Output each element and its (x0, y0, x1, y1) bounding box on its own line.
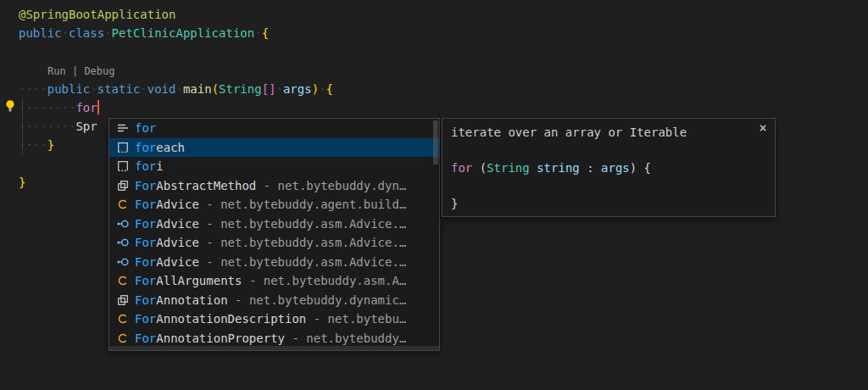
suggest-item-label: ForAnnotationDescription (135, 312, 306, 326)
suggest-item[interactable]: ForAdvice - net.bytebuddy.asm.Advice.… (109, 253, 439, 272)
code-token: public (47, 82, 91, 96)
code-token: · (62, 26, 69, 40)
suggest-item-description: - net.bytebuddy.asm.Advice.… (199, 255, 406, 269)
code-token: class (69, 26, 104, 40)
suggest-item[interactable]: foreach (109, 138, 439, 158)
suggest-item-label: ForAnnotationProperty (135, 332, 285, 345)
code-token: String (219, 82, 262, 96)
suggest-item-label: foreach (135, 141, 185, 154)
code-token: · (319, 82, 326, 96)
code-token: static (97, 82, 141, 96)
suggest-item-label: ForAdvice (135, 198, 199, 211)
suggest-item-label: ForAbstractMethod (135, 179, 256, 192)
symbol-snippet-icon (116, 159, 130, 173)
symbol-class-icon (116, 332, 130, 345)
code-token: ) { (630, 161, 651, 175)
code-token: void (147, 82, 176, 96)
suggest-item-description: - net.bytebuddy.asm.Advice.… (199, 236, 406, 249)
suggest-item-label: for (135, 121, 156, 135)
line-class-declaration[interactable]: public·class·PetClinicApplication·{ (19, 24, 333, 42)
suggest-item-description: - net.bytebuddy.dyn… (256, 179, 406, 192)
code-token: : (580, 161, 601, 175)
docs-code: for (String string : args) {} (451, 159, 766, 213)
codelens-run-link[interactable]: Run (47, 65, 66, 77)
code-token: ( (212, 82, 219, 96)
code-token: · (104, 26, 111, 40)
suggest-item[interactable]: ForAllArguments - net.bytebuddy.asm.A… (109, 271, 439, 291)
symbol-class-icon (116, 274, 130, 287)
suggest-item-label: ForAllArguments (135, 274, 242, 287)
line-for-typed[interactable]: ········for (19, 98, 333, 117)
symbol-snippet-icon (116, 141, 130, 154)
symbol-value-icon (116, 293, 130, 307)
suggest-item[interactable]: ForAdvice - net.bytebuddy.asm.Advice.… (109, 214, 439, 234)
suggest-item[interactable]: ForAnnotation - net.bytebuddy.dynamic… (109, 291, 439, 310)
suggest-vertical-scrollbar[interactable] (433, 120, 438, 164)
close-icon[interactable]: × (759, 121, 767, 135)
code-token: · (140, 82, 147, 96)
line-main-declaration[interactable]: ····public·static·void·main(String[]·arg… (19, 80, 333, 98)
suggest-item-label: fori (135, 159, 164, 173)
code-token: · (254, 26, 261, 40)
code-token: ········ (19, 101, 75, 114)
code-token: { (326, 82, 333, 96)
code-token: args (283, 82, 312, 96)
line-empty[interactable] (19, 42, 333, 61)
code-token: } (19, 176, 25, 189)
code-token: ( (472, 161, 487, 175)
code-token: @SpringBootApplication (19, 8, 175, 21)
symbol-interface-icon (116, 236, 130, 249)
suggest-item[interactable]: ForAnnotationProperty - net.bytebuddy… (109, 329, 439, 347)
suggest-list: forforeachforiForAbstractMethod - net.by… (109, 119, 439, 346)
docs-summary: iterate over an array or Iterable (451, 124, 766, 142)
code-token: { (262, 26, 269, 40)
code-token: ) (312, 82, 319, 96)
docs-code-line: for (String string : args) { (451, 159, 766, 177)
code-token: PetClinicApplication (112, 26, 255, 40)
suggest-item-label: ForAdvice (135, 217, 199, 231)
code-token: · (175, 82, 182, 96)
symbol-value-icon (116, 179, 130, 192)
suggest-item-description: - net.bytebu… (306, 312, 406, 326)
suggest-item[interactable]: ForAnnotationDescription - net.bytebu… (109, 309, 439, 329)
code-token: String (487, 161, 530, 175)
suggest-item[interactable]: ForAdvice - net.bytebuddy.agent.build… (109, 195, 439, 214)
docs-code-line (451, 177, 766, 195)
code-token: main (183, 82, 212, 96)
suggest-item-description: - net.bytebuddy.dynamic… (228, 293, 407, 307)
code-token: args (601, 161, 630, 175)
suggest-item-description: - net.bytebuddy.asm.Advice.… (199, 217, 406, 231)
suggest-item[interactable]: fori (109, 157, 439, 176)
code-token: [] (262, 82, 276, 96)
symbol-interface-icon (116, 217, 130, 231)
suggest-horizontal-scrollbar[interactable] (109, 346, 439, 350)
code-token: for (75, 101, 97, 114)
suggest-item-label: ForAdvice (135, 255, 199, 269)
code-token: } (47, 138, 54, 152)
suggest-item[interactable]: for (109, 119, 439, 138)
line-annotation[interactable]: @SpringBootApplication (19, 5, 333, 24)
docs-code-line: } (451, 195, 766, 213)
codelens: Run | Debug (19, 61, 333, 80)
code-token: ···· (19, 82, 47, 96)
symbol-class-icon (116, 312, 130, 326)
code-token (530, 161, 537, 175)
code-editor-window: @SpringBootApplicationpublic·class·PetCl… (0, 0, 868, 390)
suggest-widget: forforeachforiForAbstractMethod - net.by… (108, 118, 440, 351)
code-token: for (451, 161, 472, 175)
lightbulb-icon[interactable] (3, 99, 17, 113)
suggest-item[interactable]: ForAbstractMethod - net.bytebuddy.dyn… (109, 176, 439, 196)
suggest-item[interactable]: ForAdvice - net.bytebuddy.asm.Advice.… (109, 233, 439, 253)
symbol-keyword-icon (116, 121, 130, 135)
suggest-item-description: - net.bytebuddy… (285, 332, 406, 345)
codelens-debug-link[interactable]: Debug (84, 65, 114, 77)
suggest-item-description: - net.bytebuddy.asm.A… (242, 274, 406, 287)
code-token: · (90, 82, 97, 96)
code-token: Spr (75, 120, 97, 133)
code-token: ········ (19, 120, 75, 133)
code-token: · (276, 82, 283, 96)
text-caret (97, 100, 99, 114)
code-token: public (19, 26, 62, 40)
suggest-item-description: - net.bytebuddy.agent.build… (199, 198, 406, 211)
docs-panel: × iterate over an array or Iterable for … (442, 118, 776, 217)
